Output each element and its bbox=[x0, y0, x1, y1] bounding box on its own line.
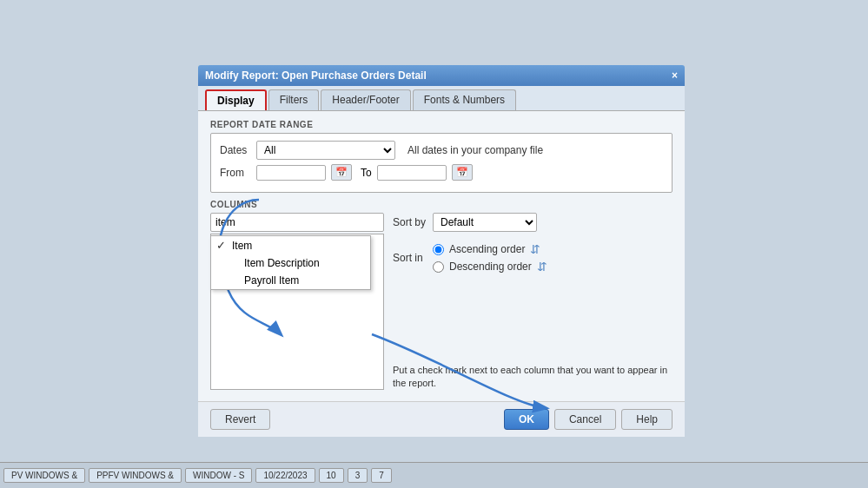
columns-section: COLUMNS ✓ bbox=[210, 200, 673, 391]
dropdown-item-payroll[interactable]: Payroll Item bbox=[211, 272, 370, 289]
taskbar: PV WINDOWS & PPFV WINDOWS & WINDOW - S 1… bbox=[0, 462, 868, 488]
dialog-body: REPORT DATE RANGE Dates All Today This W… bbox=[198, 111, 685, 401]
tabs: Display Filters Header/Footer Fonts & Nu… bbox=[198, 86, 685, 111]
tab-filters[interactable]: Filters bbox=[268, 89, 320, 110]
dates-label: Dates bbox=[220, 144, 251, 156]
columns-label: COLUMNS bbox=[210, 200, 673, 209]
dropdown-item-label: Item Description bbox=[244, 257, 320, 269]
ascending-row: Ascending order ⇵ bbox=[433, 242, 547, 256]
taskbar-item: WINDOW - S bbox=[185, 468, 252, 483]
columns-dropdown: ✓ Item Item Description Payroll Item bbox=[210, 235, 371, 290]
from-date-input[interactable] bbox=[256, 165, 326, 181]
columns-left: ✓ ✓ Item Item Description bbox=[210, 213, 384, 390]
report-date-range-label: REPORT DATE RANGE bbox=[210, 120, 673, 129]
sort-radio-group: Ascending order ⇵ Descending order ⇵ bbox=[433, 242, 547, 277]
tab-fonts-numbers[interactable]: Fonts & Numbers bbox=[413, 89, 516, 110]
to-label: To bbox=[361, 167, 372, 179]
descending-row: Descending order ⇵ bbox=[433, 260, 547, 274]
descending-radio[interactable] bbox=[433, 261, 444, 273]
columns-note: Put a check mark next to each column tha… bbox=[393, 364, 673, 391]
dates-info: All dates in your company file bbox=[407, 144, 543, 156]
dates-select[interactable]: All Today This Week This Month bbox=[256, 141, 395, 160]
taskbar-item: 10 bbox=[319, 468, 344, 483]
ascending-label: Ascending order bbox=[449, 243, 525, 255]
descending-sort-icon[interactable]: ⇵ bbox=[537, 260, 547, 274]
ascending-sort-icon[interactable]: ⇵ bbox=[530, 242, 540, 256]
help-button[interactable]: Help bbox=[621, 409, 673, 430]
taskbar-item: PPFV WINDOWS & bbox=[89, 468, 182, 483]
sort-by-select[interactable]: Default Name Type bbox=[433, 213, 537, 232]
taskbar-item: PV WINDOWS & bbox=[3, 468, 85, 483]
dialog-titlebar: Modify Report: Open Purchase Orders Deta… bbox=[198, 65, 685, 86]
to-calendar-button[interactable]: 📅 bbox=[452, 164, 473, 181]
close-button[interactable]: × bbox=[672, 69, 678, 82]
sort-in-label: Sort in bbox=[393, 252, 427, 264]
columns-right: Sort by Default Name Type Sort in bbox=[393, 213, 673, 391]
checkmark-icon: ✓ bbox=[216, 239, 229, 252]
cancel-button[interactable]: Cancel bbox=[554, 409, 616, 430]
descending-label: Descending order bbox=[449, 260, 532, 273]
to-date-input[interactable] bbox=[377, 165, 447, 181]
tab-header-footer[interactable]: Header/Footer bbox=[321, 89, 410, 110]
ok-button[interactable]: OK bbox=[504, 409, 549, 430]
taskbar-item: 7 bbox=[371, 468, 392, 483]
sort-in-row: Sort in Ascending order ⇵ Descending ord… bbox=[393, 239, 673, 277]
columns-content: ✓ ✓ Item Item Description bbox=[210, 213, 673, 391]
dropdown-item-label: Payroll Item bbox=[244, 274, 299, 287]
ascending-radio[interactable] bbox=[433, 244, 444, 255]
from-label: From bbox=[220, 167, 251, 179]
taskbar-item: 10/22/2023 bbox=[255, 468, 315, 483]
taskbar-item: 3 bbox=[348, 468, 368, 483]
dropdown-item-item[interactable]: ✓ Item bbox=[211, 236, 370, 254]
from-calendar-button[interactable]: 📅 bbox=[331, 164, 352, 181]
dropdown-item-description[interactable]: Item Description bbox=[211, 254, 370, 272]
dialog-title: Modify Report: Open Purchase Orders Deta… bbox=[205, 69, 427, 82]
dialog-footer: Revert OK Cancel Help bbox=[198, 401, 685, 437]
revert-button[interactable]: Revert bbox=[210, 409, 270, 430]
dropdown-item-label: Item bbox=[232, 240, 252, 252]
sort-by-label: Sort by bbox=[393, 216, 427, 228]
date-range-box: Dates All Today This Week This Month All… bbox=[210, 133, 673, 193]
dialog: Modify Report: Open Purchase Orders Deta… bbox=[198, 65, 685, 437]
columns-search-input[interactable] bbox=[210, 213, 384, 232]
sort-by-row: Sort by Default Name Type bbox=[393, 213, 673, 232]
tab-display[interactable]: Display bbox=[205, 89, 267, 110]
